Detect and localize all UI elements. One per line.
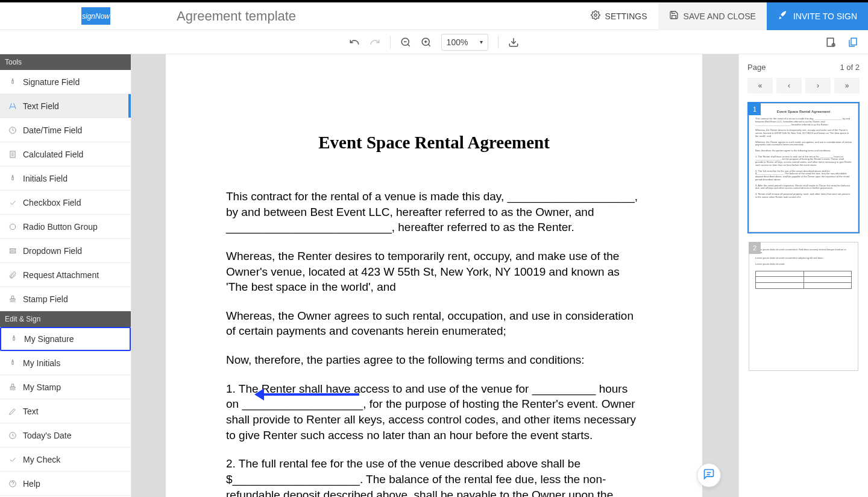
app-logo: signNow [81,7,110,25]
text-icon [8,102,17,110]
tool-calculated-field[interactable]: Calculated Field [0,142,131,166]
edit-text[interactable]: Text [0,399,131,423]
download-button[interactable] [508,37,519,48]
pages-panel: Page 1 of 2 « ‹ › » 1 Event Space Rental… [738,54,868,497]
doc-paragraph: 1. The Renter shall have access to and u… [226,381,642,443]
stamp-icon [8,383,17,391]
edit-todays-date[interactable]: Today's Date [0,423,131,448]
callout-arrow [263,393,359,396]
zoom-out-button[interactable] [400,37,411,48]
tool-dropdown-field[interactable]: Dropdown Field [0,239,131,263]
tools-sidebar: Tools Signature Field Text Field Date/Ti… [0,54,131,497]
doc-paragraph: Now, therefore, the parties agree to the… [226,352,642,368]
document-page-1: Event Space Rental Agreement This contra… [166,54,702,497]
doc-paragraph: This contract for the rental of a venue … [226,189,642,235]
prev-page-button[interactable]: ‹ [776,78,802,93]
pen-icon [8,407,17,416]
zoom-in-button[interactable] [421,37,432,48]
tool-checkbox-field[interactable]: Checkbox Field [0,191,131,215]
svg-point-17 [10,224,15,229]
tool-stamp-field[interactable]: Stamp Field [0,287,131,311]
clock-icon [8,126,17,135]
app-header: signNow SETTINGS SAVE AND CLOSE INVITE T… [0,2,868,30]
check-icon [8,198,17,207]
edit-my-signature[interactable]: My Signature [0,327,131,351]
tool-request-attachment[interactable]: Request Attachment [0,263,131,287]
chat-icon [703,468,715,483]
page-thumbnail-1[interactable]: 1 Event Space Rental Agreement This cont… [747,102,860,233]
page-count: 1 of 2 [840,63,860,72]
thumbnail-number: 2 [749,242,761,254]
invite-to-sign-button[interactable]: INVITE TO SIGN [767,2,868,30]
first-page-button[interactable]: « [747,78,773,93]
feather-icon [778,10,788,22]
svg-line-2 [407,44,409,46]
save-icon [669,10,679,22]
chevron-left-icon: ‹ [788,81,790,90]
chevron-right-icon: › [817,81,819,90]
last-page-button[interactable]: » [834,78,860,93]
initials-icon [8,359,17,367]
svg-rect-11 [851,38,857,45]
edit-help[interactable]: Help [0,472,131,496]
edit-sign-section-header: Edit & Sign [0,311,131,327]
initials-icon [8,174,17,183]
zoom-select[interactable]: 100% ▾ [441,34,489,51]
document-canvas[interactable]: Event Space Rental Agreement This contra… [131,54,738,497]
settings-button[interactable]: SETTINGS [580,2,658,30]
attachment-icon [8,271,17,279]
page-label: Page [747,63,766,72]
signature-icon [8,78,17,86]
doc-paragraph: Whereas, the Renter desires to temporari… [226,248,642,295]
pages-panel-toggle[interactable] [848,37,858,48]
check-icon [8,455,17,464]
dropdown-icon [8,247,17,255]
calculator-icon [8,150,17,159]
undo-button[interactable] [349,37,360,48]
svg-line-5 [428,44,430,46]
layout-settings-button[interactable] [826,37,837,48]
edit-my-check[interactable]: My Check [0,448,131,472]
edit-my-initials[interactable]: My Initials [0,351,131,375]
doc-title: Event Space Rental Agreement [226,133,642,153]
doc-paragraph: Whereas, the Owner agrees to such rental… [226,308,642,339]
chat-support-button[interactable] [697,463,721,487]
tools-section-header: Tools [0,54,131,70]
edit-my-stamp[interactable]: My Stamp [0,375,131,399]
tool-signature-field[interactable]: Signature Field [0,70,131,94]
tool-text-field[interactable]: Text Field [0,94,131,118]
page-thumbnail-2[interactable]: 2 Lorem ipsum dolor sit amet consectetur… [747,241,860,372]
toolbar: 100% ▾ [0,30,868,54]
thumbnail-preview: Event Space Rental Agreement This contra… [749,103,858,232]
thumbnail-preview: Lorem ipsum dolor sit amet consectetur. … [749,242,858,371]
gear-icon [591,10,600,22]
stamp-icon [8,295,17,303]
svg-point-0 [594,14,597,16]
save-close-button[interactable]: SAVE AND CLOSE [658,2,767,30]
main-area: Tools Signature Field Text Field Date/Ti… [0,54,868,497]
double-chevron-right-icon: » [845,81,849,90]
thumbnail-number: 1 [749,103,761,115]
signature-icon [10,335,18,343]
radio-icon [8,223,17,231]
tool-initials-field[interactable]: Initials Field [0,166,131,191]
caret-down-icon: ▾ [480,39,483,45]
document-title-input[interactable] [177,8,580,24]
redo-button[interactable] [370,37,380,48]
next-page-button[interactable]: › [805,78,831,93]
tool-radio-button-group[interactable]: Radio Button Group [0,215,131,239]
tool-datetime-field[interactable]: Date/Time Field [0,118,131,142]
svg-rect-19 [10,252,15,253]
doc-paragraph: 2. The full rental fee for the use of th… [226,456,642,497]
help-icon [8,480,17,488]
svg-rect-18 [10,248,15,250]
double-chevron-left-icon: « [758,81,763,90]
clock-icon [8,431,17,440]
